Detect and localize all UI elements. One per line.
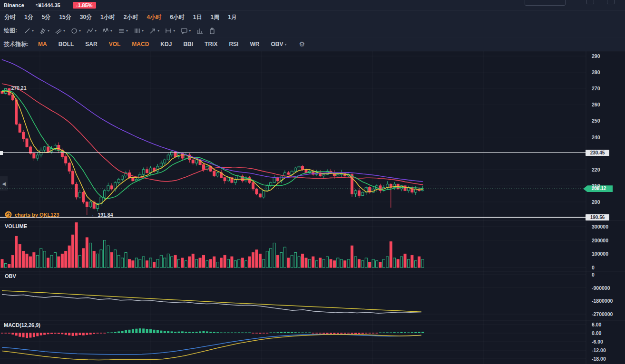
timeframe-tab[interactable]: 2小时 (119, 13, 143, 21)
indicator-obv[interactable]: OBV▾ (271, 41, 286, 48)
timeframe-tab[interactable]: 1日 (189, 13, 206, 21)
timeframe-tab[interactable]: 1月 (224, 13, 241, 21)
timeframe-tab[interactable]: 15分 (55, 13, 75, 21)
chevron-down-icon: ▾ (48, 29, 49, 33)
indicators-toolbar: 技术指标: MABOLLSARVOLMACDKDJBBITRIXRSIWROBV… (0, 38, 625, 51)
timeframe-tab[interactable]: 6小时 (166, 13, 189, 21)
trading-app: Binance ≈¥1444.35 -1.85% 分时1分5分15分30分1小时… (0, 0, 625, 364)
indicator-wr[interactable]: WR (250, 41, 259, 48)
indicator-kdj[interactable]: KDJ (160, 41, 172, 48)
price-cny: ≈¥1444.35 (36, 2, 60, 8)
chevron-down-icon: ▾ (173, 29, 175, 33)
timeframe-tab[interactable]: 30分 (76, 13, 96, 21)
timeframe-tabs: 分时1分5分15分30分1小时2小时4小时6小时1日1周1月 (0, 11, 625, 24)
timeframe-tab[interactable]: 1周 (206, 13, 224, 21)
share-icon[interactable] (586, 0, 594, 4)
indicator-vol[interactable]: VOL (109, 41, 121, 48)
bookmark-icon[interactable] (607, 0, 615, 4)
chevron-down-icon: ▾ (79, 29, 81, 33)
horizontal-lines-tool[interactable]: ▾ (118, 28, 128, 34)
chevron-down-icon: ▾ (95, 29, 97, 33)
indicator-ma[interactable]: MA (38, 41, 47, 48)
clipboard-tool[interactable] (209, 28, 215, 34)
arrow-tool[interactable]: ▾ (149, 28, 159, 34)
volume-profile-tool[interactable] (196, 28, 203, 34)
date-range-tool[interactable]: ▾ (165, 28, 175, 34)
sidebar-collapse-handle[interactable]: ◀ (0, 176, 8, 191)
timeframe-tab[interactable]: 4小时 (142, 13, 166, 21)
gear-icon[interactable]: ⚙ (299, 40, 305, 48)
chevron-down-icon: ▾ (110, 29, 112, 33)
toolbar-button-cropped[interactable] (525, 0, 566, 6)
channel-tool[interactable]: ▾ (55, 28, 65, 34)
indicator-macd[interactable]: MACD (132, 41, 149, 48)
exchange-name: Binance (4, 2, 24, 8)
indicator-rsi[interactable]: RSI (229, 41, 238, 48)
pattern-tool[interactable]: ▾ (102, 28, 112, 34)
drawing-toolbar: 绘图: ▾▾▾▾▾▾▾▾▾▾▾ (0, 24, 625, 38)
chevron-down-icon: ▾ (157, 29, 159, 33)
chevron-down-icon: ▾ (32, 29, 34, 33)
timeframe-tab[interactable]: 5分 (38, 13, 55, 21)
chevron-down-icon: ▾ (189, 29, 191, 33)
timeframe-tab[interactable]: 1小时 (96, 13, 119, 21)
indicator-sar[interactable]: SAR (85, 41, 97, 48)
chevron-down-icon: ▾ (142, 29, 144, 33)
chevron-down-icon: ▾ (284, 42, 286, 47)
indicator-trix[interactable]: TRIX (205, 41, 217, 48)
pitchfork-tool[interactable]: ▾ (39, 28, 49, 34)
indicators-label: 技术指标: (4, 40, 29, 48)
change-badge: -1.85% (73, 2, 96, 9)
vertical-lines-tool[interactable]: ▾ (134, 28, 144, 34)
chevron-down-icon: ▾ (63, 29, 65, 33)
ellipse-tool[interactable]: ▾ (71, 28, 81, 34)
header-area: Binance ≈¥1444.35 -1.85% 分时1分5分15分30分1小时… (0, 0, 625, 51)
timeframe-tab[interactable]: 1分 (20, 13, 38, 21)
zigzag-tool[interactable]: ▾ (87, 28, 97, 34)
trend-line-tool[interactable]: ▾ (24, 28, 34, 34)
indicator-bbi[interactable]: BBI (183, 41, 193, 48)
timeframe-tab[interactable]: 分时 (0, 13, 20, 21)
topbar: Binance ≈¥1444.35 -1.85% (0, 0, 625, 11)
drawing-label: 绘图: (4, 27, 17, 35)
callout-tool[interactable]: ▾ (181, 28, 191, 34)
indicator-boll[interactable]: BOLL (59, 41, 74, 48)
chevron-down-icon: ▾ (126, 29, 128, 33)
chart-canvas (0, 0, 625, 364)
